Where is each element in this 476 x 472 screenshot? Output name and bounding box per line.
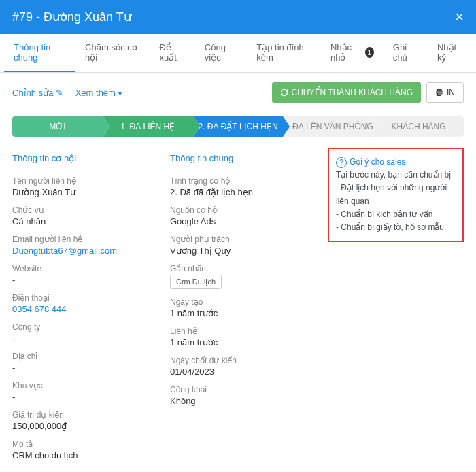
field-value: - [12,392,159,402]
tab-chăm-sóc-cơ-hội[interactable]: Chăm sóc cơ hội [75,34,150,72]
tab-badge: 1 [365,47,374,58]
field-value: Vương Thị Quý [170,246,317,256]
field-label: Công khai [170,385,317,394]
field-value[interactable]: 0354 678 444 [12,304,159,314]
field: Ngày tạo1 năm trước [170,297,317,318]
hint-line: Tại bước này, bạn cần chuẩn bị [336,169,456,182]
field-value: Đường Xuân Tư [12,187,159,197]
field-label: Giá trị dự kiến [12,410,159,420]
field-value: Google Ads [170,216,317,226]
tab-thông-tin-chung[interactable]: Thông tin chung [4,34,75,72]
tab-đề-xuất[interactable]: Đề xuất [150,34,194,72]
field: Người phụ tráchVương Thị Quý [170,235,317,256]
hint-line: - Chuẩn bị kịch bản tư vấn [336,208,456,221]
tab-ghi-chú[interactable]: Ghi chú [384,34,428,72]
field: Giá trị dự kiến150,000,000₫ [12,410,159,431]
field-value: 01/04/2023 [170,367,317,377]
field-label: Website [12,264,159,273]
field-label: Khu vực [12,381,159,390]
field-value: 1 năm trước [170,308,317,318]
field: Tình trạng cơ hội2. Đã đã đặt lịch hẹn [170,176,317,197]
field-label: Địa chỉ [12,352,159,361]
field-label: Mô tả [12,439,159,449]
middle-column: Thông tin chung Tình trạng cơ hội2. Đã đ… [170,148,317,469]
field-label: Email người liên hệ [12,235,159,244]
field: Chức vụCá nhân [12,205,159,226]
tab-công-việc[interactable]: Công việc [195,34,247,72]
field: Mô tảCRM cho du lịch [12,439,159,460]
tab-nhật-ký[interactable]: Nhật ký [428,34,472,72]
field-value: Không [170,396,317,406]
stage-pipeline: MỚI1. ĐÃ LIÊN HỆ2. ĐÃ ĐẶT LỊCH HẸN3. ĐÃ … [0,116,476,148]
field-value: Cá nhân [12,216,159,226]
tab-bar: Thông tin chungChăm sóc cơ hộiĐề xuấtCôn… [0,34,476,73]
section-title-general: Thông tin chung [170,148,317,169]
refresh-icon [280,88,288,97]
field-label: Ngày chốt dự kiến [170,356,317,365]
more-link[interactable]: Xem thêm ▾ [75,88,122,98]
edit-link[interactable]: Chỉnh sửa ✎ [12,88,63,98]
tab-nhắc-nhở[interactable]: Nhắc nhở1 [321,34,384,72]
field-label: Chức vụ [12,205,159,215]
field: Website- [12,264,159,285]
edit-icon: ✎ [56,88,63,98]
stage-1[interactable]: MỚI [12,116,103,137]
tag[interactable]: Crm Du lịch [170,275,222,289]
stage-5[interactable]: KHÁCH HÀNG [373,116,464,137]
field-label: Liên hệ [170,326,317,336]
field-label: Người phụ trách [170,235,317,244]
field: Điện thoại0354 678 444 [12,293,159,314]
stage-3[interactable]: 2. ĐÃ ĐẶT LỊCH HẸN [193,116,284,137]
section-title-opportunity: Thông tin cơ hội [12,148,159,169]
field: Liên hệ1 năm trước [170,326,317,348]
stage-4[interactable]: 3. ĐÃ LÊN VĂN PHÒNG [283,116,373,137]
field: Gắn nhãnCrm Du lịch [170,264,317,289]
field-label: Tình trạng cơ hội [170,176,317,186]
field-value: - [12,333,159,343]
toolbar: Chỉnh sửa ✎ Xem thêm ▾ CHUYỂN THÀNH KHÁC… [0,73,476,112]
field-value: - [12,363,159,373]
field-value: 150,000,000₫ [12,421,159,431]
left-column: Thông tin cơ hội Tên người liên hệĐường … [12,148,159,469]
field-value: 2. Đã đã đặt lịch hẹn [170,187,317,197]
field: Ngày chốt dự kiến01/04/2023 [170,356,317,377]
field-label: Gắn nhãn [170,264,317,273]
field-label: Nguồn cơ hội [170,205,317,215]
field: Công khaiKhông [170,385,317,406]
field-label: Ngày tạo [170,297,317,307]
print-icon [435,88,443,97]
field-label: Tên người liên hệ [12,176,159,186]
field-value[interactable]: Duongtubta67@gmail.com [12,246,159,256]
stage-2[interactable]: 1. ĐÃ LIÊN HỆ [103,116,193,137]
hint-title: Gợi ý cho sales [336,156,456,169]
sales-hint-box: Gợi ý cho sales Tại bước này, bạn cần ch… [328,148,464,242]
convert-customer-button[interactable]: CHUYỂN THÀNH KHÁCH HÀNG [272,82,421,103]
field: Khu vực- [12,381,159,402]
field: Nguồn cơ hộiGoogle Ads [170,205,317,226]
field-label: Công ty [12,322,159,332]
hint-line: - Chuẩn bị giấy tờ, hồ sơ mẫu [336,221,456,234]
field: Công ty- [12,322,159,343]
right-column: Gợi ý cho sales Tại bước này, bạn cần ch… [328,148,464,469]
field-value: 1 năm trước [170,337,317,348]
field: Địa chỉ- [12,352,159,373]
hint-line: - Đặt lịch hẹn với những người liên quan [336,182,456,207]
tab-tập-tin-đính-kèm[interactable]: Tập tin đính kèm [247,34,321,72]
modal-title: #79 - Đường Xuân Tư [12,10,131,24]
field: Email người liên hệDuongtubta67@gmail.co… [12,235,159,256]
field-value: - [12,275,159,285]
print-button[interactable]: IN [426,82,464,103]
field-label: Điện thoại [12,293,159,303]
field-value: CRM cho du lịch [12,450,159,460]
field: Tên người liên hệĐường Xuân Tư [12,176,159,197]
caret-down-icon: ▾ [118,90,122,97]
close-icon[interactable]: × [455,10,464,24]
modal-header: #79 - Đường Xuân Tư × [0,0,476,34]
